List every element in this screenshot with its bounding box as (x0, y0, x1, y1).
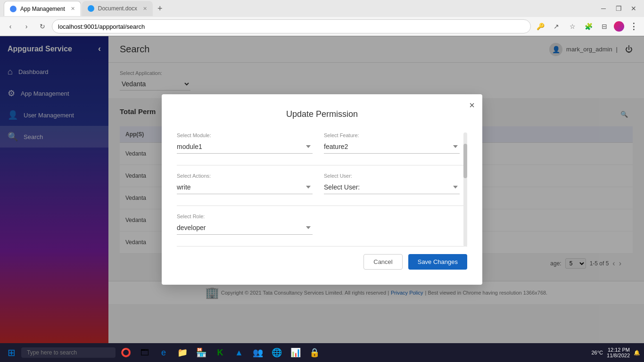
new-tab-button[interactable]: + (154, 4, 166, 14)
modal-title: Update Permission (177, 109, 467, 119)
minimize-button[interactable]: ─ (597, 2, 610, 15)
feature-label: Select Feature: (324, 132, 460, 138)
module-field: Select Module: module1 (177, 132, 313, 154)
module-select[interactable]: module1 (177, 140, 313, 154)
active-tab[interactable]: App Management ✕ (4, 1, 81, 16)
forward-button[interactable]: › (20, 20, 33, 33)
actions-field: Select Actions: write read delete (177, 173, 313, 194)
divider-1 (177, 165, 467, 165)
scrollbar-thumb[interactable] (463, 144, 467, 178)
actions-label: Select Actions: (177, 173, 313, 179)
browser-controls: ‹ › ↻ 🔑 ↗ ☆ 🧩 ⊟ ⋮ (0, 17, 644, 36)
share-icon[interactable]: ↗ (550, 20, 563, 33)
form-fields-container: Select Module: module1 Select Feature: f… (177, 132, 467, 247)
close-window-button[interactable]: ✕ (627, 2, 640, 15)
profile-icon[interactable] (614, 21, 624, 32)
module-label: Select Module: (177, 132, 313, 138)
inactive-tab[interactable]: Document.docx ✕ (82, 1, 153, 16)
actions-select[interactable]: write read delete (177, 181, 313, 194)
form-row-actions-user: Select Actions: write read delete Select… (177, 173, 467, 194)
save-changes-button[interactable]: Save Changes (408, 254, 467, 270)
user-select[interactable]: Select User: (324, 181, 460, 194)
form-row-role: Select Role: developer admin viewer (177, 214, 467, 235)
tab-close-button[interactable]: ✕ (71, 6, 75, 12)
back-button[interactable]: ‹ (4, 20, 17, 33)
modal-actions: Cancel Save Changes (177, 254, 467, 270)
update-permission-modal: × Update Permission Select Module: modul… (162, 94, 482, 285)
browser-tabs: App Management ✕ Document.docx ✕ + ─ ❐ ✕ (0, 0, 644, 17)
cancel-button[interactable]: Cancel (363, 254, 402, 270)
restore-button[interactable]: ❐ (612, 2, 625, 15)
key-icon[interactable]: 🔑 (534, 20, 547, 33)
role-field: Select Role: developer admin viewer (177, 214, 313, 235)
placeholder-field (324, 214, 460, 235)
tab-label: App Management (20, 6, 65, 12)
scrollbar-track[interactable] (463, 132, 467, 247)
tab-close-button-2[interactable]: ✕ (143, 6, 147, 12)
tab-label-2: Document.docx (98, 5, 137, 12)
feature-select[interactable]: feature2 (324, 140, 460, 154)
refresh-button[interactable]: ↻ (36, 20, 49, 33)
extension-icon[interactable]: 🧩 (582, 20, 595, 33)
browser-chrome: App Management ✕ Document.docx ✕ + ─ ❐ ✕… (0, 0, 644, 36)
user-field: Select User: Select User: (324, 173, 460, 194)
address-bar[interactable] (52, 19, 531, 33)
tab-favicon-2 (88, 5, 94, 12)
sidebar-toggle-button[interactable]: ⊟ (598, 20, 611, 33)
divider-3 (177, 246, 467, 247)
feature-field: Select Feature: feature2 (324, 132, 460, 154)
star-icon[interactable]: ☆ (566, 20, 579, 33)
modal-close-button[interactable]: × (469, 100, 475, 111)
role-select[interactable]: developer admin viewer (177, 221, 313, 235)
user-label: Select User: (324, 173, 460, 179)
tab-favicon (10, 6, 17, 12)
modal-overlay: × Update Permission Select Module: modul… (0, 36, 644, 343)
taskbar: ⊞ ⭕ 🗔 e 📁 🏪 K ▲ 👥 🌐 📊 🔒 26°C 12:12 PM 11… (0, 343, 644, 344)
menu-button[interactable]: ⋮ (627, 20, 640, 33)
role-label: Select Role: (177, 214, 313, 219)
form-row-module-feature: Select Module: module1 Select Feature: f… (177, 132, 467, 154)
divider-2 (177, 206, 467, 206)
